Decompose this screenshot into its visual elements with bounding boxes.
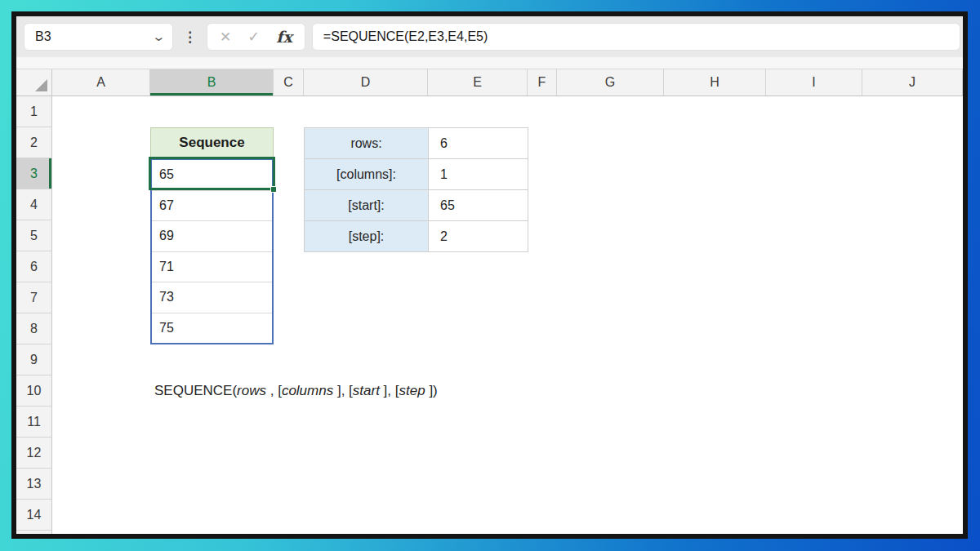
spill-cell-b5[interactable]: 69 [152, 220, 272, 251]
row-header-12[interactable]: 12 [16, 438, 51, 469]
row-headers-column: 1234567891011121314 [16, 96, 52, 534]
formula-toolbar: B3 ⌄ ⋮ ✕ ✓ fx =SEQUENCE(E2,E3,E4,E5) [16, 16, 963, 57]
formula-text: =SEQUENCE(E2,E3,E4,E5) [323, 29, 488, 44]
syntax-text[interactable]: SEQUENCE(rows , [columns ], [start ], [s… [154, 375, 438, 407]
column-header-b[interactable]: B [150, 69, 274, 96]
fill-handle[interactable] [270, 186, 277, 193]
column-header-g[interactable]: G [557, 69, 664, 96]
row-header-6[interactable]: 6 [16, 251, 51, 282]
syntax-part: , [ [266, 383, 282, 398]
syntax-part: SEQUENCE( [154, 383, 237, 398]
syntax-part: columns [282, 383, 333, 398]
row-header-7[interactable]: 7 [16, 282, 51, 313]
column-header-d[interactable]: D [304, 69, 428, 96]
column-header-e[interactable]: E [428, 69, 528, 96]
param-name-cell-d4[interactable]: [start]: [305, 190, 429, 221]
spill-cell-b4[interactable]: 67 [152, 190, 272, 221]
row-header-4[interactable]: 4 [16, 189, 51, 220]
toolbar-drag-handle-icon: ⋮ [180, 29, 200, 46]
cell-b2-sequence-header[interactable]: Sequence [150, 127, 274, 158]
grid-body: 1234567891011121314 Sequence 65676971737… [16, 96, 963, 534]
spill-cell-b6[interactable]: 71 [152, 251, 272, 282]
column-header-a[interactable]: A [52, 69, 150, 96]
row-header-5[interactable]: 5 [16, 220, 51, 251]
column-header-i[interactable]: I [766, 69, 862, 96]
name-box-value: B3 [35, 29, 51, 44]
insert-function-icon[interactable]: fx [276, 28, 292, 46]
cancel-icon[interactable]: ✕ [220, 29, 231, 46]
syntax-part: ]) [425, 383, 438, 398]
excel-window: B3 ⌄ ⋮ ✕ ✓ fx =SEQUENCE(E2,E3,E4,E5) ABC… [11, 11, 968, 539]
param-name-cell-d3[interactable]: [columns]: [305, 159, 429, 190]
spill-range-b3-b8: 656769717375 [150, 158, 274, 344]
column-header-j[interactable]: J [862, 69, 963, 96]
syntax-part: step [399, 383, 425, 398]
row-header-9[interactable]: 9 [16, 344, 51, 375]
column-header-c[interactable]: C [274, 69, 304, 96]
row-header-2[interactable]: 2 [16, 127, 51, 158]
param-value-cell-e2[interactable]: 6 [429, 128, 528, 159]
syntax-part: start [353, 383, 380, 398]
param-value-cell-e4[interactable]: 65 [429, 190, 528, 221]
select-all-triangle-icon [35, 79, 47, 91]
syntax-part: ], [ [380, 383, 399, 398]
parameters-table: rows:6[columns]:1[start]:65[step]:2 [304, 127, 528, 252]
name-box[interactable]: B3 ⌄ [24, 23, 173, 51]
row-header-10[interactable]: 10 [16, 375, 51, 407]
param-name-cell-d5[interactable]: [step]: [305, 221, 429, 252]
syntax-part: rows [237, 383, 266, 398]
formula-buttons: ✕ ✓ fx [207, 23, 305, 51]
param-value-cell-e3[interactable]: 1 [429, 159, 528, 190]
spill-cell-b8[interactable]: 75 [152, 313, 272, 344]
column-header-f[interactable]: F [528, 69, 557, 96]
confirm-icon[interactable]: ✓ [247, 28, 260, 46]
formula-bar[interactable]: =SEQUENCE(E2,E3,E4,E5) [312, 23, 960, 51]
row-header-13[interactable]: 13 [16, 469, 51, 500]
chevron-down-icon[interactable]: ⌄ [152, 33, 167, 41]
select-all-button[interactable] [16, 69, 52, 96]
spill-cell-b7[interactable]: 73 [152, 282, 272, 313]
spill-cell-b3[interactable]: 65 [152, 160, 272, 190]
toolbar-sheet-divider [16, 57, 963, 69]
column-headers-row: ABCDEFGHIJ [16, 69, 963, 96]
row-header-14[interactable]: 14 [16, 500, 51, 531]
param-value-cell-e5[interactable]: 2 [429, 221, 528, 252]
column-header-h[interactable]: H [664, 69, 766, 96]
syntax-part: ], [ [333, 383, 353, 398]
row-header-1[interactable]: 1 [16, 96, 51, 127]
row-header-11[interactable]: 11 [16, 407, 51, 438]
row-header-3[interactable]: 3 [16, 158, 51, 189]
grid-cells[interactable]: Sequence 656769717375 rows:6[columns]:1[… [52, 96, 963, 534]
param-name-cell-d2[interactable]: rows: [305, 128, 429, 159]
row-header-8[interactable]: 8 [16, 313, 51, 344]
